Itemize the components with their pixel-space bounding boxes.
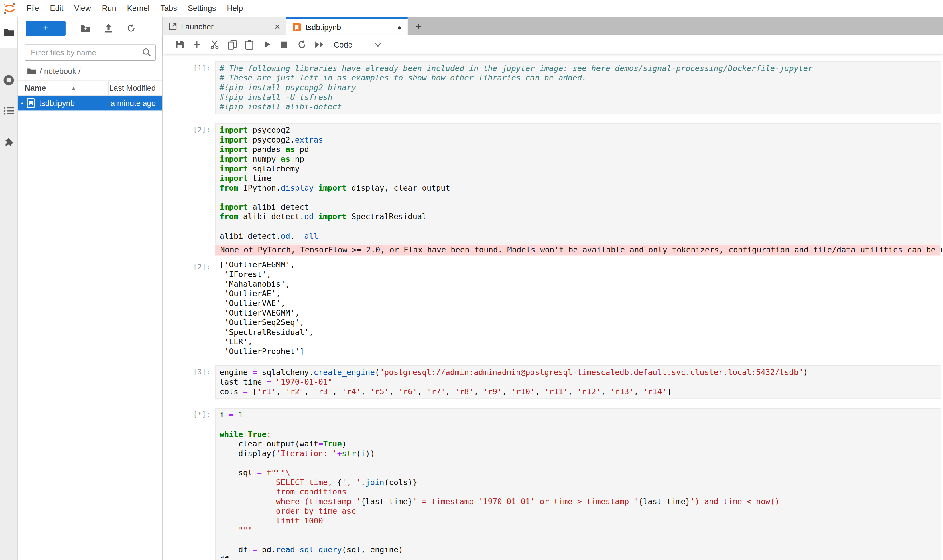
cell-type-value: Code xyxy=(334,40,352,49)
code-line: import numpy as np xyxy=(219,154,937,164)
list-icon xyxy=(3,106,14,115)
output-line: 'SpectralResidual', xyxy=(219,328,940,337)
file-filter xyxy=(25,45,156,61)
cell-output-text: ['OutlierAEGMM', 'IForest', 'Mahalanobis… xyxy=(215,260,941,356)
code-line: engine = sqlalchemy.create_engine("postg… xyxy=(219,368,937,377)
output-line: 'OutlierAE', xyxy=(219,289,940,299)
breadcrumb[interactable]: / notebook / xyxy=(18,61,162,80)
jupyter-logo-icon xyxy=(3,2,16,15)
sidebar-tab-open-tabs[interactable] xyxy=(0,97,17,124)
upload-button[interactable] xyxy=(99,20,117,36)
code-line: import psycopg2.extras xyxy=(219,135,937,145)
code-cell: [3]:engine = sqlalchemy.create_engine("p… xyxy=(163,365,943,399)
refresh-files-button[interactable] xyxy=(122,20,140,36)
close-icon[interactable]: × xyxy=(275,23,280,30)
launcher-icon xyxy=(168,22,177,31)
stderr-output: None of PyTorch, TensorFlow >= 2.0, or F… xyxy=(215,245,941,255)
tab-label: tsdb.ipynb xyxy=(306,23,341,32)
cell-input-prompt: [1]: xyxy=(190,61,215,114)
menu-item-run[interactable]: Run xyxy=(97,0,122,17)
menu-item-kernel[interactable]: Kernel xyxy=(122,0,155,17)
search-icon xyxy=(142,48,152,57)
notebook-cells: [1]:# The following libraries have alrea… xyxy=(163,61,943,560)
notebook-scroll-area[interactable]: [1]:# The following libraries have alrea… xyxy=(163,54,943,560)
new-launcher-button[interactable]: + xyxy=(26,21,66,36)
code-line: import psycopg2 xyxy=(219,126,937,135)
copy-cells-button[interactable] xyxy=(223,37,241,51)
file-list-header: Name ▲ Last Modified xyxy=(18,80,162,95)
run-cell-button[interactable] xyxy=(258,37,275,51)
home-folder-icon xyxy=(27,67,36,75)
code-line: # The following libraries have already b… xyxy=(219,64,937,74)
output-line: 'OutlierVAE', xyxy=(219,299,940,308)
column-header-name[interactable]: Name xyxy=(18,83,46,93)
code-line: #!pip install -U tsfresh xyxy=(219,92,937,102)
cell-editor[interactable]: engine = sqlalchemy.create_engine("postg… xyxy=(215,365,941,399)
new-tab-button[interactable]: + xyxy=(408,17,429,35)
cut-cells-button[interactable] xyxy=(205,37,223,51)
code-line: import time xyxy=(219,174,937,183)
code-line xyxy=(219,535,937,545)
menu-item-edit[interactable]: Edit xyxy=(45,0,69,17)
menu-item-file[interactable]: File xyxy=(21,0,45,17)
code-line: import sqlalchemy xyxy=(219,164,937,174)
save-button[interactable] xyxy=(171,37,188,51)
output-line: 'OutlierVAEGMM', xyxy=(219,308,940,318)
cell-type-dropdown[interactable]: Code xyxy=(334,40,382,49)
folder-icon xyxy=(3,28,14,37)
cell-input-prompt: [3]: xyxy=(190,365,215,399)
code-line: import alibi_detect xyxy=(219,203,937,212)
tab-tsdb-notebook[interactable]: tsdb.ipynb ● xyxy=(286,17,408,35)
menu-item-view[interactable]: View xyxy=(69,0,97,17)
stop-circle-icon xyxy=(3,74,15,86)
chevron-down-icon xyxy=(374,42,382,47)
column-header-modified[interactable]: Last Modified xyxy=(110,83,156,93)
menu-item-tabs[interactable]: Tabs xyxy=(155,0,182,17)
code-line: from conditions xyxy=(219,487,937,497)
breadcrumb-path: / notebook / xyxy=(40,67,81,75)
sort-ascending-icon: ▲ xyxy=(71,85,76,91)
tab-label: Launcher xyxy=(181,22,214,31)
cell-editor[interactable]: i = 1 while True: clear_output(wait=True… xyxy=(215,408,941,560)
code-line: import pandas as pd xyxy=(219,145,937,154)
code-line: clear_output(wait=True) xyxy=(219,439,937,449)
notebook-icon xyxy=(292,23,301,32)
code-line: limit 1000 xyxy=(219,516,937,526)
new-folder-button[interactable] xyxy=(76,20,94,36)
restart-run-all-button[interactable] xyxy=(310,37,328,51)
file-browser-toolbar: + xyxy=(18,17,162,39)
file-filter-input[interactable] xyxy=(25,45,156,61)
fast-forward-icon xyxy=(314,41,324,48)
play-icon xyxy=(262,40,271,49)
interrupt-kernel-button[interactable] xyxy=(275,37,293,51)
output-line: 'IForest', xyxy=(219,270,940,280)
sidebar-tab-running-sessions[interactable] xyxy=(0,67,17,93)
menu-item-settings[interactable]: Settings xyxy=(182,0,221,17)
cell-input-prompt: [*]: xyxy=(190,408,215,560)
insert-cell-button[interactable] xyxy=(188,37,205,51)
tab-launcher[interactable]: Launcher × xyxy=(163,17,286,35)
clipped-code-line: df xyxy=(219,555,937,558)
upload-icon xyxy=(103,23,113,33)
workspace: + xyxy=(0,17,943,560)
code-line: alibi_detect.od.__all__ xyxy=(219,231,937,241)
dock-tab-bar: Launcher × tsdb.ipynb ● + xyxy=(163,17,943,35)
restart-icon xyxy=(297,40,306,49)
code-line: while True: xyxy=(219,429,937,439)
code-line: SELECT time, {', '.join(cols)} xyxy=(219,478,937,487)
code-line: cols = ['r1', 'r2', 'r3', 'r4', 'r5', 'r… xyxy=(219,387,937,397)
stop-icon xyxy=(280,41,288,48)
sidebar-tab-file-browser[interactable] xyxy=(0,17,17,48)
cell-editor[interactable]: # The following libraries have already b… xyxy=(215,61,941,114)
jupyterlab-window: File Edit View Run Kernel Tabs Settings … xyxy=(0,0,943,560)
restart-kernel-button[interactable] xyxy=(293,37,310,51)
output-line: 'Mahalanobis', xyxy=(219,279,940,289)
menu-item-help[interactable]: Help xyxy=(221,0,248,17)
cell-editor[interactable]: import psycopg2import psycopg2.extrasimp… xyxy=(215,123,941,243)
code-line xyxy=(219,193,937,203)
sidebar-tab-extensions[interactable] xyxy=(0,128,17,154)
code-line xyxy=(219,222,937,231)
paste-cells-button[interactable] xyxy=(241,37,258,51)
code-cell: [2]:import psycopg2import psycopg2.extra… xyxy=(163,123,943,356)
file-row-selected[interactable]: • tsdb.ipynb a minute ago xyxy=(18,95,162,111)
